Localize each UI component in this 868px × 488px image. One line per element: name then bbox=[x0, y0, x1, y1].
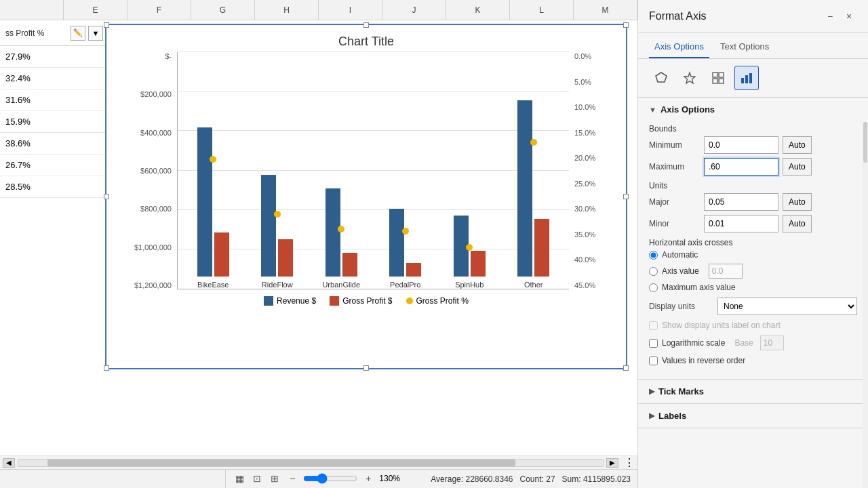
bar-label-spinhub: SpinHub bbox=[455, 281, 484, 289]
revenue-bar-bikease[interactable] bbox=[197, 127, 212, 277]
logarithmic-scale-row: Logarithmic scale Base bbox=[649, 336, 857, 350]
show-display-units-label: Show display units label on chart bbox=[662, 321, 781, 330]
more-options-button[interactable]: ⋮ bbox=[624, 456, 635, 469]
revenue-bar-urbanglide[interactable] bbox=[326, 188, 340, 277]
resize-handle-mr[interactable] bbox=[623, 194, 629, 199]
scroll-track[interactable] bbox=[18, 459, 604, 467]
edit-icon[interactable]: ✏️ bbox=[71, 26, 85, 41]
resize-handle-bl[interactable] bbox=[104, 365, 109, 371]
maximum-auto-button[interactable]: Auto bbox=[783, 158, 812, 176]
logarithmic-scale-checkbox[interactable] bbox=[649, 339, 658, 348]
gross-profit-bar-bikease[interactable] bbox=[214, 232, 229, 277]
bar-group-bikease: BikeEase bbox=[181, 127, 245, 289]
major-auto-button[interactable]: Auto bbox=[783, 193, 812, 211]
zoom-in-icon[interactable]: + bbox=[361, 472, 375, 485]
bar-label-pedalpro: PedalPro bbox=[390, 281, 420, 289]
units-label: Units bbox=[649, 181, 857, 190]
chart-title: Chart Title bbox=[109, 28, 623, 52]
normal-view-icon[interactable]: ▦ bbox=[233, 472, 246, 485]
col-header-l[interactable]: L bbox=[510, 0, 574, 20]
gross-profit-bar-rideflow[interactable] bbox=[278, 239, 293, 277]
maximum-axis-value-radio[interactable] bbox=[649, 283, 658, 292]
bounds-label: Bounds bbox=[649, 124, 857, 134]
show-display-units-checkbox[interactable] bbox=[649, 321, 658, 330]
maximum-input[interactable] bbox=[704, 158, 778, 176]
bar-group-spinhub: SpinHub bbox=[437, 216, 502, 289]
list-item: 28.5% bbox=[0, 176, 108, 198]
col-header-m[interactable]: M bbox=[574, 0, 637, 20]
revenue-bar-rideflow[interactable] bbox=[261, 175, 276, 277]
axis-value-input[interactable] bbox=[709, 264, 743, 279]
display-units-select[interactable]: None Hundreds Thousands Millions Billion… bbox=[717, 298, 857, 315]
minimum-auto-button[interactable]: Auto bbox=[783, 136, 812, 154]
panel-title: Format Axis bbox=[649, 10, 706, 22]
page-layout-icon[interactable]: ⊡ bbox=[250, 472, 264, 485]
maximum-axis-value-radio-item[interactable]: Maximum axis value bbox=[649, 283, 857, 292]
automatic-radio[interactable] bbox=[649, 251, 658, 260]
labels-section[interactable]: ▶ Labels bbox=[638, 404, 868, 428]
panel-scroll-thumb[interactable] bbox=[863, 122, 867, 163]
resize-handle-bm[interactable] bbox=[363, 365, 369, 371]
col-header-h[interactable]: H bbox=[255, 0, 319, 20]
list-item: 38.6% bbox=[0, 133, 108, 155]
revenue-bar-pedalpro[interactable] bbox=[389, 209, 404, 277]
resize-handle-tl[interactable] bbox=[104, 22, 109, 28]
gross-profit-bar-spinhub[interactable] bbox=[471, 251, 486, 277]
values-reverse-checkbox[interactable] bbox=[649, 357, 658, 365]
scroll-right-button[interactable]: ▶ bbox=[606, 458, 618, 468]
format-size-icon-tab[interactable] bbox=[706, 66, 730, 90]
zoom-slider[interactable] bbox=[303, 473, 357, 484]
col-header-i[interactable]: I bbox=[319, 0, 382, 20]
icon-row bbox=[638, 59, 868, 98]
scroll-thumb[interactable] bbox=[47, 460, 515, 466]
col-header-j[interactable]: J bbox=[382, 0, 446, 20]
zoom-level: 130% bbox=[379, 474, 400, 483]
row-number-header bbox=[0, 0, 64, 20]
axis-value-radio-item[interactable]: Axis value bbox=[649, 264, 857, 279]
tick-marks-label: Tick Marks bbox=[658, 386, 704, 396]
resize-handle-tr[interactable] bbox=[623, 22, 629, 28]
axis-value-radio[interactable] bbox=[649, 267, 658, 276]
major-input[interactable] bbox=[704, 193, 778, 211]
bars-relative bbox=[245, 175, 310, 277]
bar-label-bikease: BikeEase bbox=[197, 281, 229, 289]
gross-pct-dot-spinhub bbox=[466, 244, 473, 251]
chart-container[interactable]: Chart Title $1,200,000 $1,000,000 $800,0… bbox=[105, 24, 627, 369]
major-label: Major bbox=[649, 197, 700, 207]
legend-gross-profit: Gross Profit $ bbox=[330, 296, 392, 306]
zoom-out-icon[interactable]: − bbox=[285, 472, 299, 485]
minor-auto-button[interactable]: Auto bbox=[783, 215, 812, 232]
format-axis-icon-tab[interactable] bbox=[734, 66, 759, 90]
tab-axis-options[interactable]: Axis Options bbox=[649, 39, 709, 58]
col-header-f[interactable]: F bbox=[127, 0, 191, 20]
tick-marks-section[interactable]: ▶ Tick Marks bbox=[638, 380, 868, 404]
col-header-g[interactable]: G bbox=[191, 0, 255, 20]
close-button[interactable]: × bbox=[841, 8, 857, 24]
panel-scrollbar[interactable] bbox=[863, 122, 868, 488]
horizontal-scrollbar[interactable]: ◀ ▶ ⋮ bbox=[0, 455, 637, 469]
gross-profit-bar-other[interactable] bbox=[534, 219, 549, 277]
tab-text-options[interactable]: Text Options bbox=[715, 39, 774, 58]
gross-profit-bar-pedalpro[interactable] bbox=[406, 263, 421, 277]
axis-crosses-radio-group: Automatic Axis value Maximum axis value bbox=[649, 250, 857, 292]
col-header-k[interactable]: K bbox=[446, 0, 510, 20]
minimum-input[interactable] bbox=[704, 136, 778, 154]
format-effects-icon-tab[interactable] bbox=[677, 66, 702, 90]
resize-handle-ml[interactable] bbox=[104, 194, 109, 199]
col-header-e[interactable]: E bbox=[64, 0, 127, 20]
automatic-radio-item[interactable]: Automatic bbox=[649, 250, 857, 260]
status-sum: Sum: 4115895.023 bbox=[562, 474, 631, 484]
base-label: Base bbox=[734, 338, 753, 348]
scroll-left-button[interactable]: ◀ bbox=[3, 458, 15, 468]
page-break-icon[interactable]: ⊞ bbox=[268, 472, 281, 485]
filter-icon[interactable]: ▼ bbox=[88, 26, 103, 41]
resize-handle-tm[interactable] bbox=[363, 22, 369, 28]
resize-handle-br[interactable] bbox=[623, 365, 629, 371]
format-shape-icon-tab[interactable] bbox=[649, 66, 673, 90]
minimize-button[interactable]: − bbox=[822, 8, 838, 24]
minor-input[interactable] bbox=[704, 215, 778, 232]
revenue-bar-other[interactable] bbox=[517, 100, 532, 277]
gross-profit-bar-urbanglide[interactable] bbox=[342, 253, 357, 277]
axis-options-section-header[interactable]: ▼ Axis Options bbox=[638, 98, 868, 121]
units-group: Units Major Auto Minor Auto bbox=[649, 181, 857, 232]
